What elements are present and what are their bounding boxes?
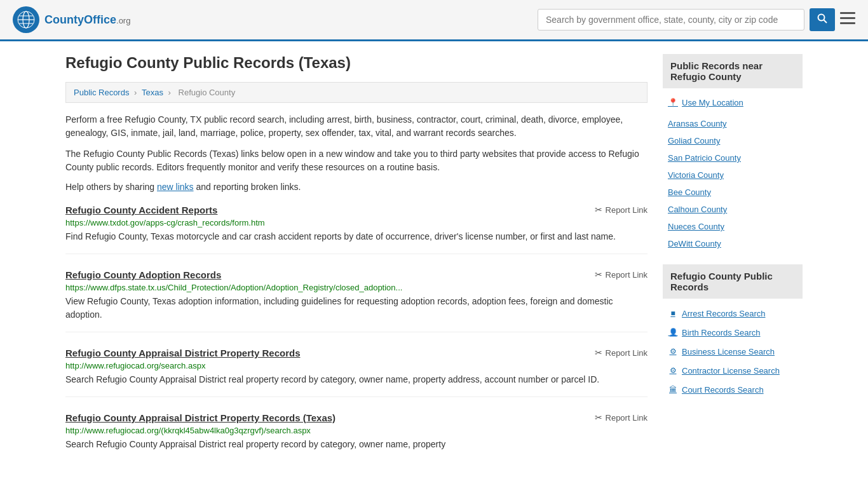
- sidebar-record-icon-0: ■: [668, 308, 678, 318]
- nearby-heading: Public Records near Refugio County: [663, 54, 803, 88]
- svg-rect-9: [840, 22, 855, 24]
- sidebar-record-icon-1: 👤: [668, 327, 678, 337]
- report-link-1[interactable]: ✂ Report Link: [595, 269, 648, 280]
- sidebar-record-icon-3: ⚙: [668, 365, 678, 376]
- record-item-0: Refugio County Accident Reports ✂ Report…: [65, 205, 648, 254]
- record-url-0[interactable]: https://www.txdot.gov/apps-cg/crash_reco…: [65, 218, 648, 227]
- svg-line-6: [824, 20, 827, 24]
- logo-icon: [13, 6, 39, 33]
- report-label-1: Report Link: [606, 270, 648, 280]
- nearby-county-1[interactable]: Goliad County: [663, 133, 803, 149]
- content: Refugio County Public Records (Texas) Pu…: [65, 54, 648, 477]
- nearby-county-7[interactable]: DeWitt County: [663, 236, 803, 252]
- record-header-2: Refugio County Appraisal District Proper…: [65, 348, 648, 358]
- page-title: Refugio County Public Records (Texas): [65, 54, 648, 72]
- record-desc-0: Find Refugio County, Texas motorcycle an…: [65, 230, 648, 243]
- svg-point-5: [818, 15, 825, 21]
- svg-rect-7: [840, 12, 855, 14]
- report-icon-2: ✂: [595, 348, 602, 358]
- new-links-link[interactable]: new links: [157, 182, 194, 192]
- sidebar-record-4[interactable]: 🏛 Court Records Search: [663, 381, 803, 398]
- sidebar-record-3[interactable]: ⚙ Contractor License Search: [663, 362, 803, 379]
- use-location-label: Use My Location: [682, 98, 743, 107]
- nearby-section: Public Records near Refugio County 📍 Use…: [663, 54, 803, 252]
- sidebar-record-label-1: Birth Records Search: [682, 328, 761, 337]
- nearby-county-4[interactable]: Bee County: [663, 184, 803, 200]
- logo-area: CountyOffice.org: [13, 6, 130, 33]
- breadcrumb-texas[interactable]: Texas: [142, 88, 163, 97]
- sidebar-record-1[interactable]: 👤 Birth Records Search: [663, 324, 803, 341]
- description2: The Refugio County Public Records (Texas…: [65, 147, 648, 174]
- sidebar-record-label-3: Contractor License Search: [682, 366, 780, 376]
- record-url-1[interactable]: https://www.dfps.state.tx.us/Child_Prote…: [65, 283, 648, 292]
- logo-text: CountyOffice.org: [44, 13, 130, 27]
- record-title-3[interactable]: Refugio County Appraisal District Proper…: [65, 412, 336, 423]
- breadcrumb-sep1: ›: [134, 88, 139, 97]
- sidebar-record-icon-2: ⚙: [668, 346, 678, 356]
- record-url-3[interactable]: http://www.refugiocad.org/(kkrqkl45abw4l…: [65, 426, 648, 435]
- record-item-2: Refugio County Appraisal District Proper…: [65, 348, 648, 397]
- report-link-3[interactable]: ✂ Report Link: [595, 412, 648, 423]
- breadcrumb-public-records[interactable]: Public Records: [74, 88, 129, 97]
- report-label-0: Report Link: [606, 205, 648, 215]
- report-label-2: Report Link: [606, 348, 648, 358]
- nearby-county-5[interactable]: Calhoun County: [663, 201, 803, 217]
- record-desc-1: View Refugio County, Texas adoption info…: [65, 295, 648, 322]
- record-title-2[interactable]: Refugio County Appraisal District Proper…: [65, 348, 301, 358]
- sidebar-record-0[interactable]: ■ Arrest Records Search: [663, 305, 803, 322]
- nearby-county-3[interactable]: Victoria County: [663, 167, 803, 183]
- search-input[interactable]: [538, 9, 804, 30]
- sidebar-record-2[interactable]: ⚙ Business License Search: [663, 343, 803, 360]
- report-icon-0: ✂: [595, 205, 602, 215]
- records-section: Refugio County Public Records ■ Arrest R…: [663, 264, 803, 398]
- record-url-2[interactable]: http://www.refugiocad.org/search.aspx: [65, 361, 648, 370]
- location-icon: 📍: [668, 98, 678, 107]
- breadcrumb: Public Records › Texas › Refugio County: [65, 82, 648, 103]
- report-icon-1: ✂: [595, 269, 602, 280]
- records-list: Refugio County Accident Reports ✂ Report…: [65, 205, 648, 461]
- nearby-county-2[interactable]: San Patricio County: [663, 150, 803, 166]
- menu-button[interactable]: [840, 12, 855, 27]
- logo-org: .org: [116, 16, 130, 25]
- use-location-button[interactable]: 📍 Use My Location: [663, 95, 803, 111]
- record-header-0: Refugio County Accident Reports ✂ Report…: [65, 205, 648, 215]
- sidebar-record-label-2: Business License Search: [682, 347, 775, 356]
- sidebar-records-list: ■ Arrest Records Search 👤 Birth Records …: [663, 305, 803, 398]
- report-link-2[interactable]: ✂ Report Link: [595, 348, 648, 358]
- search-area: [538, 8, 855, 31]
- sidebar: Public Records near Refugio County 📍 Use…: [663, 54, 803, 477]
- help-text: Help others by sharing new links and rep…: [65, 182, 648, 192]
- sidebar-record-label-0: Arrest Records Search: [682, 309, 766, 318]
- report-link-0[interactable]: ✂ Report Link: [595, 205, 648, 215]
- sidebar-record-icon-4: 🏛: [668, 384, 678, 395]
- breadcrumb-sep2: ›: [168, 88, 173, 97]
- header: CountyOffice.org: [0, 0, 868, 41]
- logo-name: CountyOffice: [44, 13, 116, 26]
- report-icon-3: ✂: [595, 412, 602, 423]
- description1: Perform a free Refugio County, TX public…: [65, 113, 648, 140]
- search-button[interactable]: [810, 8, 835, 31]
- breadcrumb-county: Refugio County: [179, 88, 236, 97]
- record-desc-3: Search Refugio County Appraisal District…: [65, 438, 648, 451]
- record-title-1[interactable]: Refugio County Adoption Records: [65, 269, 221, 280]
- sidebar-record-label-4: Court Records Search: [682, 385, 764, 395]
- record-header-3: Refugio County Appraisal District Proper…: [65, 412, 648, 423]
- report-label-3: Report Link: [606, 413, 648, 423]
- record-title-0[interactable]: Refugio County Accident Reports: [65, 205, 217, 215]
- records-heading: Refugio County Public Records: [663, 264, 803, 299]
- nearby-counties-list: Aransas CountyGoliad CountySan Patricio …: [663, 116, 803, 252]
- svg-rect-8: [840, 17, 855, 19]
- main-container: Refugio County Public Records (Texas) Pu…: [53, 41, 815, 488]
- nearby-county-0[interactable]: Aransas County: [663, 116, 803, 132]
- record-item-1: Refugio County Adoption Records ✂ Report…: [65, 269, 648, 332]
- record-item-3: Refugio County Appraisal District Proper…: [65, 412, 648, 461]
- record-header-1: Refugio County Adoption Records ✂ Report…: [65, 269, 648, 280]
- record-desc-2: Search Refugio County Appraisal District…: [65, 373, 648, 386]
- nearby-county-6[interactable]: Nueces County: [663, 219, 803, 234]
